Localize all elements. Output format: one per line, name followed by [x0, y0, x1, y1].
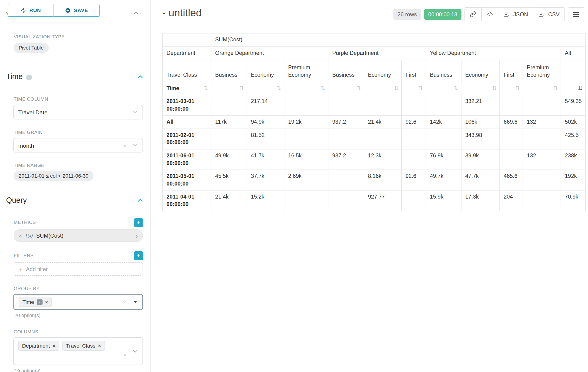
column-sort-header[interactable]: ⇅	[461, 82, 500, 95]
group-by-tag[interactable]: Time i ×	[19, 297, 52, 307]
link-icon	[470, 11, 476, 17]
value-cell: 117k	[211, 116, 247, 129]
sort-header-row: Time ⇅ ⇅ ⇅ ⇅ ⇅ ⇅ ⇅ ⇅ ⇅ ⇅ ⇅ ⇊	[162, 82, 586, 95]
filters-label: FILTERS	[14, 253, 34, 258]
sort-icon[interactable]: ⇅	[418, 85, 423, 92]
control-panel-sidebar: RUN SAVE Chart Type VISUALIZATION TYPE P…	[0, 0, 151, 372]
value-cell	[211, 128, 247, 149]
more-options-button[interactable]	[568, 7, 584, 21]
sort-icon[interactable]: ⇅	[553, 85, 558, 92]
value-cell: 937.2	[328, 116, 364, 129]
value-cell	[426, 128, 461, 149]
query-section-header[interactable]: Query	[6, 196, 143, 205]
value-cell: 94.9k	[247, 116, 284, 129]
row-header-cell: 2011-06-01 00:00:00	[162, 149, 211, 170]
columns-tag[interactable]: Travel Class ×	[62, 340, 105, 351]
remove-metric-icon[interactable]: ×	[19, 232, 22, 239]
chevron-up-icon[interactable]	[133, 12, 138, 14]
time-sort-header[interactable]: Time ⇅	[162, 82, 211, 95]
column-sort-header[interactable]: ⇅	[211, 82, 247, 95]
clear-icon[interactable]: ×	[123, 351, 126, 358]
sort-icon[interactable]: ⇅	[239, 85, 244, 92]
time-grain-label: TIME GRAIN	[14, 130, 42, 135]
column-sort-header[interactable]: ⇅	[426, 82, 461, 95]
sort-icon[interactable]: ⇅	[394, 85, 399, 92]
value-cell	[284, 95, 328, 116]
columns-label: COLUMNS	[14, 329, 38, 335]
remove-tag-icon[interactable]: ×	[52, 343, 55, 349]
save-button[interactable]: SAVE	[54, 4, 100, 17]
value-cell: 45.5k	[211, 170, 247, 191]
dimension-label-cell: Department	[162, 46, 211, 60]
value-cell	[500, 149, 523, 170]
sort-icon[interactable]: ⇅	[492, 85, 497, 92]
empty-corner-cell	[162, 33, 211, 46]
embed-code-button[interactable]: </>	[481, 7, 499, 21]
copy-link-button[interactable]	[465, 7, 482, 21]
add-metric-button[interactable]: +	[134, 218, 143, 227]
value-cell: 39.9k	[461, 149, 500, 170]
column-sort-header[interactable]: ⇅	[500, 82, 523, 95]
column-sort-header[interactable]: ⇅	[328, 82, 364, 95]
clear-icon[interactable]: ×	[123, 299, 126, 305]
chevron-down-icon	[133, 144, 137, 147]
columns-tag[interactable]: Department ×	[18, 340, 59, 351]
sort-descending-icon[interactable]: ⇊	[578, 84, 583, 92]
column-sort-header[interactable]: ⇅	[523, 82, 561, 95]
export-json-button[interactable]: .JSON	[498, 7, 533, 21]
sort-icon[interactable]: ⇅	[321, 85, 325, 92]
value-cell	[328, 95, 364, 116]
time-column-value: Travel Date	[18, 109, 48, 116]
metric-option[interactable]: × ƒ(x) SUM(Cost) ›	[14, 229, 143, 242]
class-cell: Economy	[461, 60, 500, 82]
chevron-up-icon[interactable]	[137, 75, 143, 78]
time-section-header[interactable]: Time i	[6, 72, 143, 81]
time-range-value[interactable]: 2011-01-01 ≤ col < 2011-06-30	[14, 171, 94, 181]
value-cell: 41.7k	[247, 149, 284, 170]
column-sort-header[interactable]: ⇅	[402, 82, 426, 95]
class-cell: Business	[328, 60, 364, 82]
info-icon: i	[26, 74, 32, 80]
add-filter-dropzone[interactable]: + Add filter	[14, 262, 143, 276]
chart-title[interactable]: - untitled	[162, 7, 201, 19]
value-cell	[523, 191, 561, 211]
class-cell: First	[402, 60, 426, 82]
sort-icon[interactable]: ⇅	[515, 85, 520, 92]
group-by-select[interactable]: Time i × ×	[13, 294, 143, 310]
sort-icon[interactable]: ⇅	[204, 85, 209, 92]
columns-select[interactable]: Department × Travel Class × ×	[13, 337, 143, 365]
chevron-up-icon[interactable]	[137, 199, 143, 202]
expand-metric-icon[interactable]: ›	[136, 232, 138, 239]
time-grain-select[interactable]: month ×	[13, 138, 143, 152]
visualization-type-value[interactable]: Pivot Table	[14, 43, 49, 53]
value-cell: 549.35	[561, 95, 586, 116]
add-filter-plus-button[interactable]: +	[134, 251, 143, 260]
column-sort-header[interactable]: ⇅	[364, 82, 402, 95]
column-sort-header[interactable]: ⇅	[247, 82, 284, 95]
column-sort-header-active[interactable]: ⇊	[561, 82, 586, 95]
value-cell: 15.9k	[426, 191, 461, 211]
value-cell: 92.6	[402, 170, 426, 191]
class-cell: Economy	[247, 60, 284, 82]
class-cell: Premium Economy	[284, 60, 328, 82]
clear-icon[interactable]: ×	[123, 142, 126, 149]
value-cell	[523, 170, 561, 191]
sort-icon[interactable]: ⇅	[454, 85, 459, 92]
value-cell: 21.4k	[211, 191, 247, 211]
value-cell: 49.9k	[211, 149, 247, 170]
remove-tag-icon[interactable]: ×	[98, 343, 101, 349]
remove-tag-icon[interactable]: ×	[45, 299, 48, 305]
export-csv-button[interactable]: .CSV	[533, 7, 565, 21]
value-cell: 49.7k	[426, 170, 461, 191]
value-cell: 192k	[561, 170, 586, 191]
class-cell: Economy	[364, 60, 402, 82]
time-column-select[interactable]: Travel Date	[13, 105, 143, 119]
sort-icon[interactable]: ⇅	[277, 85, 282, 92]
run-button[interactable]: RUN	[8, 4, 54, 17]
table-row: 2011-02-01 00:00:0081.52343.98425.5	[162, 128, 586, 149]
value-cell: 465.6	[500, 170, 523, 191]
value-cell: 76.9k	[426, 149, 461, 170]
add-filter-label: Add filter	[26, 266, 48, 272]
column-sort-header[interactable]: ⇅	[284, 82, 328, 95]
sort-icon[interactable]: ⇅	[356, 85, 361, 92]
